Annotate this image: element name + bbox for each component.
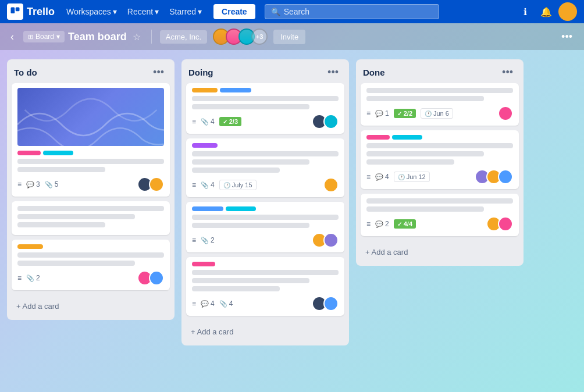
attachment-icon: 📎 <box>201 118 209 126</box>
card[interactable]: ≡💬2✓4/4 <box>361 194 519 236</box>
card-avatars <box>137 270 164 286</box>
add-card-button[interactable]: + Add a card <box>184 323 347 341</box>
card[interactable]: ≡📎4🕐July 15 <box>186 138 344 197</box>
card-text-line <box>17 214 135 219</box>
chevron-down-icon: ▾ <box>155 7 159 16</box>
card-label <box>17 244 43 249</box>
card-text-line <box>192 104 309 109</box>
card[interactable] <box>12 201 170 235</box>
card-text-line <box>192 215 339 220</box>
trello-logo-text: Trello <box>27 6 55 18</box>
list-icon: ≡ <box>17 180 22 188</box>
card-avatar[interactable] <box>498 216 513 231</box>
check-icon: ✓ <box>223 119 227 125</box>
user-avatar[interactable] <box>558 2 577 21</box>
comment-icon: 💬 <box>26 181 34 188</box>
info-button[interactable]: ℹ <box>517 3 534 20</box>
column-title: To do <box>14 67 37 77</box>
nav-starred[interactable]: Starred ▾ <box>165 5 206 19</box>
column-header: Doing••• <box>181 59 349 83</box>
board-title[interactable]: Team board <box>68 31 127 43</box>
column-doing: Doing•••≡📎4✓2/3≡📎4🕐July 15≡📎2≡💬4📎4+ Add … <box>181 59 349 345</box>
comment-icon: 💬 <box>375 220 383 228</box>
card-avatar[interactable] <box>149 270 164 286</box>
attachment-count: 📎5 <box>45 180 59 188</box>
card[interactable]: ≡📎2 <box>186 202 344 252</box>
clock-icon: 🕐 <box>398 174 405 180</box>
card-footer: ≡💬4🕐Jun 12 <box>366 169 513 184</box>
trello-logo[interactable]: Trello <box>7 3 55 20</box>
card-meta: ≡📎2 <box>192 236 215 244</box>
add-card-button[interactable]: + Add a card <box>9 297 172 315</box>
create-button[interactable]: Create <box>213 4 255 19</box>
card-avatar[interactable] <box>323 114 339 129</box>
card-text-line <box>192 159 309 165</box>
search-bar[interactable]: 🔍 Search <box>265 4 439 19</box>
list-icon: ≡ <box>192 181 196 189</box>
column-menu-button[interactable]: ••• <box>149 65 168 80</box>
card-avatar[interactable] <box>498 169 513 184</box>
card-text-line <box>192 270 339 275</box>
card-meta: ≡💬4📎4 <box>192 300 233 308</box>
svg-rect-0 <box>11 8 15 14</box>
comment-icon: 💬 <box>375 173 383 181</box>
card-meta: ≡📎4🕐July 15 <box>192 180 257 190</box>
chevron-down-icon: ▾ <box>198 7 202 16</box>
workspace-badge[interactable]: Acme, Inc. <box>160 30 207 44</box>
board-type-badge[interactable]: ⊞ Board ▾ <box>23 31 65 42</box>
board-navigation: ‹ ⊞ Board ▾ Team board ☆ Acme, Inc. +3 I… <box>0 23 584 50</box>
card[interactable]: ≡💬4🕐Jun 12 <box>361 130 519 189</box>
column-header: Done••• <box>356 59 524 83</box>
column-menu-button[interactable]: ••• <box>324 65 342 80</box>
card-avatar[interactable] <box>323 177 339 193</box>
more-options-button[interactable]: ••• <box>557 28 577 45</box>
card-avatar[interactable] <box>498 106 513 121</box>
card-cover <box>17 88 164 146</box>
nav-back-button[interactable]: ‹ <box>7 28 17 45</box>
attachment-icon: 📎 <box>26 275 34 282</box>
comment-count: 💬1 <box>375 109 389 117</box>
nav-recent[interactable]: Recent ▾ <box>123 5 163 19</box>
column-menu-button[interactable]: ••• <box>498 65 517 80</box>
star-button[interactable]: ☆ <box>130 29 143 45</box>
chevron-down-icon: ▾ <box>56 33 60 41</box>
card-avatars <box>498 106 513 121</box>
attachment-count: 📎2 <box>201 236 215 244</box>
notifications-button[interactable]: 🔔 <box>537 3 555 20</box>
invite-button[interactable]: Invite <box>273 30 305 44</box>
search-placeholder: Search <box>284 7 309 16</box>
card-avatar[interactable] <box>323 233 339 248</box>
member-count[interactable]: +3 <box>251 28 268 45</box>
member-avatars: +3 <box>213 28 268 45</box>
checklist-badge: ✓2/2 <box>394 109 416 118</box>
due-date-badge: 🕐Jun 6 <box>421 108 453 119</box>
card-footer: ≡📎2 <box>17 270 164 286</box>
card-text-line <box>192 278 309 283</box>
add-card-button[interactable]: + Add a card <box>358 243 521 261</box>
attachment-icon: 📎 <box>201 237 209 244</box>
card-footer: ≡💬4📎4 <box>192 296 339 311</box>
trello-logo-icon <box>7 3 23 20</box>
card-text-line <box>192 96 339 101</box>
column-to-do: To do•••≡💬3📎5≡📎2+ Add a card <box>7 59 175 320</box>
card-meta: ≡💬3📎5 <box>17 180 58 188</box>
attachment-count: 📎4 <box>219 300 233 308</box>
card[interactable]: ≡💬3📎5 <box>12 83 170 197</box>
card[interactable]: ≡💬1✓2/2🕐Jun 6 <box>361 83 519 126</box>
nav-links: Workspaces ▾ Recent ▾ Starred ▾ <box>62 5 206 19</box>
card[interactable]: ≡📎2 <box>12 240 170 290</box>
card-avatars <box>312 296 339 311</box>
clock-icon: 🕐 <box>223 182 230 188</box>
card-text-line <box>366 198 513 204</box>
card-avatar[interactable] <box>323 296 339 311</box>
card-avatars <box>323 177 339 193</box>
card-meta: ≡💬2✓4/4 <box>366 219 416 229</box>
card[interactable]: ≡💬4📎4 <box>186 257 344 316</box>
card[interactable]: ≡📎4✓2/3 <box>186 83 344 134</box>
board-content: To do•••≡💬3📎5≡📎2+ Add a cardDoing•••≡📎4✓… <box>0 50 584 392</box>
card-footer: ≡📎4✓2/3 <box>192 114 339 129</box>
nav-workspaces[interactable]: Workspaces ▾ <box>62 5 122 19</box>
card-avatar[interactable] <box>149 177 164 192</box>
card-text-line <box>366 143 513 148</box>
card-labels <box>192 262 339 266</box>
